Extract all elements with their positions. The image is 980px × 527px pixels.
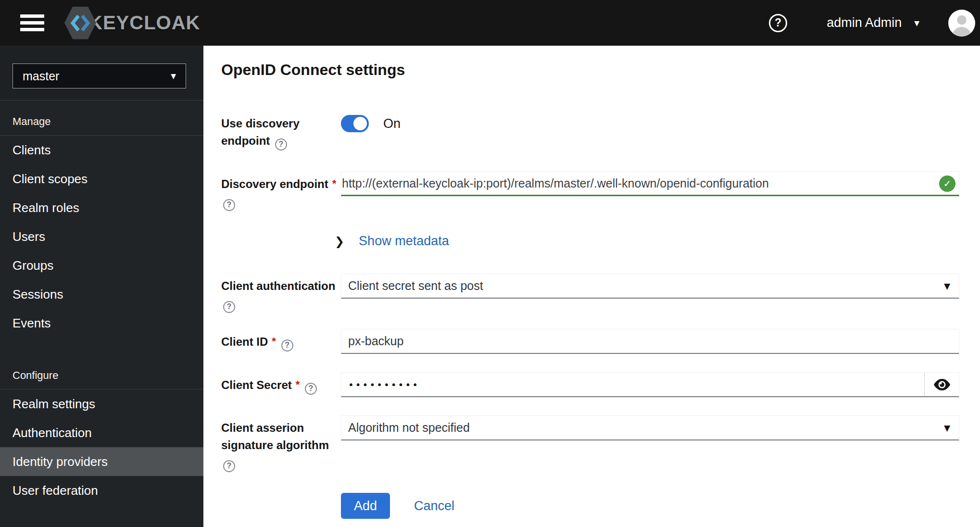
nav-group-manage: Manage <box>0 100 203 135</box>
cancel-button[interactable]: Cancel <box>414 493 454 519</box>
sidebar-item-client-scopes[interactable]: Client scopes <box>0 164 203 193</box>
main-content: OpenID Connect settings Use discovery en… <box>203 46 980 527</box>
form-actions: Add Cancel <box>221 493 980 519</box>
eye-icon <box>934 379 950 390</box>
avatar[interactable] <box>948 10 975 37</box>
client-secret-row: Client Secret* ? <box>221 372 980 397</box>
keycloak-hexagon-icon <box>64 7 96 39</box>
client-id-input[interactable] <box>341 329 959 354</box>
sidebar-item-realm-roles[interactable]: Realm roles <box>0 193 203 222</box>
show-metadata-link[interactable]: Show metadata <box>359 234 449 249</box>
show-password-button[interactable] <box>924 373 959 396</box>
discovery-endpoint-row: Discovery endpoint* ? ✓ <box>221 171 980 207</box>
add-button[interactable]: Add <box>341 493 390 519</box>
client-assertion-select[interactable]: Algorithm not specified ▼ <box>341 415 959 440</box>
realm-selector-section: master ▼ <box>0 46 203 100</box>
client-id-row: Client ID* ? <box>221 329 980 354</box>
use-discovery-label: Use discovery endpoint ? <box>221 115 341 151</box>
sidebar-item-identity-providers[interactable]: Identity providers <box>0 447 203 476</box>
help-icon[interactable]: ? <box>769 14 787 32</box>
chevron-down-icon: ▼ <box>944 423 950 433</box>
valid-check-icon: ✓ <box>939 176 955 192</box>
chevron-down-icon: ▼ <box>944 281 950 291</box>
required-asterisk: * <box>272 335 276 347</box>
help-icon[interactable]: ? <box>305 383 317 395</box>
sidebar-item-clients[interactable]: Clients <box>0 136 203 164</box>
page-title: OpenID Connect settings <box>221 60 980 79</box>
chevron-down-icon: ▼ <box>914 19 919 27</box>
toggle-knob <box>353 117 367 130</box>
sidebar-item-users[interactable]: Users <box>0 222 203 251</box>
top-bar: KEYCLOAK ? admin Admin ▼ <box>0 0 980 46</box>
realm-name: master <box>23 69 59 83</box>
help-icon[interactable]: ? <box>281 339 293 351</box>
use-discovery-row: Use discovery endpoint ? On <box>221 115 980 155</box>
angle-brackets-icon <box>70 14 90 32</box>
client-authentication-row: Client authentication ? Client secret se… <box>221 274 980 299</box>
brand-title: KEYCLOAK <box>88 12 200 34</box>
toggle-state-label: On <box>383 116 401 131</box>
client-assertion-label: Client asserion signature algorithm ? <box>221 415 341 472</box>
client-secret-input[interactable] <box>341 373 924 396</box>
user-icon <box>948 10 975 37</box>
chevron-right-icon[interactable]: ❯ <box>335 235 344 248</box>
client-assertion-row: Client asserion signature algorithm ? Al… <box>221 415 980 440</box>
sidebar-item-sessions[interactable]: Sessions <box>0 280 203 309</box>
chevron-down-icon: ▼ <box>171 72 176 80</box>
realm-selector[interactable]: master ▼ <box>13 63 186 88</box>
sidebar-item-user-federation[interactable]: User federation <box>0 476 203 505</box>
show-metadata-row: ❯ Show metadata <box>221 234 980 248</box>
sidebar-item-events[interactable]: Events <box>0 309 203 338</box>
nav-group-configure: Configure <box>0 338 203 389</box>
client-secret-label: Client Secret* ? <box>221 372 341 398</box>
user-name: admin Admin <box>827 15 902 30</box>
sidebar-item-authentication[interactable]: Authentication <box>0 418 203 447</box>
keycloak-logo: KEYCLOAK <box>64 7 200 39</box>
client-authentication-select[interactable]: Client secret sent as post ▼ <box>341 274 959 299</box>
sidebar-item-groups[interactable]: Groups <box>0 251 203 280</box>
help-icon[interactable]: ? <box>223 199 235 211</box>
client-authentication-label: Client authentication ? <box>221 274 341 313</box>
use-discovery-toggle[interactable] <box>341 115 369 132</box>
discovery-endpoint-input[interactable] <box>341 171 959 196</box>
required-asterisk: * <box>296 378 300 390</box>
help-icon[interactable]: ? <box>223 301 235 313</box>
discovery-endpoint-label: Discovery endpoint* ? <box>221 171 341 211</box>
user-menu[interactable]: admin Admin ▼ <box>827 15 919 30</box>
client-id-label: Client ID* ? <box>221 329 341 354</box>
required-asterisk: * <box>332 177 337 189</box>
menu-toggle-button[interactable] <box>20 13 46 34</box>
help-icon[interactable]: ? <box>275 138 287 151</box>
hamburger-icon <box>20 14 44 18</box>
help-icon[interactable]: ? <box>223 460 235 472</box>
sidebar-item-realm-settings[interactable]: Realm settings <box>0 389 203 418</box>
sidebar: master ▼ Manage Clients Client scopes Re… <box>0 46 203 527</box>
